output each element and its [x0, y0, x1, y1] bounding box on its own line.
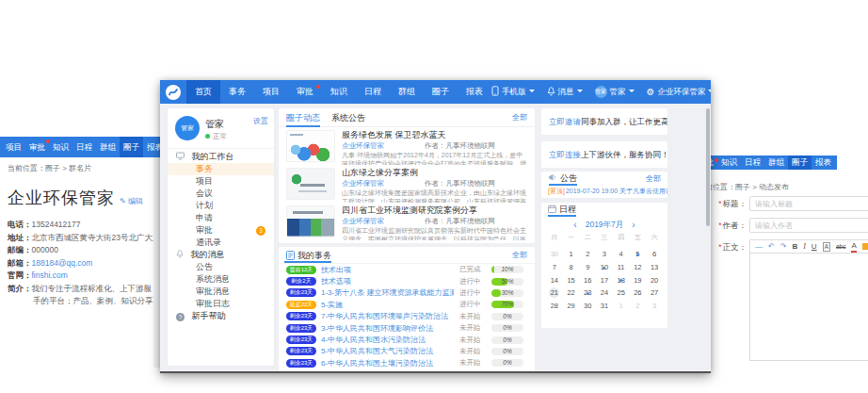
email-link[interactable]: 188184@qq.com	[32, 258, 93, 268]
nav-item[interactable]: 圈子	[120, 137, 143, 157]
scrollbar-thumb[interactable]	[706, 108, 710, 226]
calendar-day[interactable]: 3	[646, 295, 663, 308]
nav-item[interactable]: 圈子	[788, 156, 812, 170]
user-menu[interactable]: 管家 管家	[595, 86, 635, 98]
nav-item[interactable]: 首页	[186, 80, 220, 104]
calendar-day[interactable]: 20	[646, 270, 663, 283]
feed-title-link[interactable]: 服务绿色发展 保卫碧水蓝天	[342, 130, 527, 140]
sidebar-item-meetings[interactable]: 会议	[168, 188, 274, 200]
task-row[interactable]: 剩余23天 7-中华人民共和国环境噪声污染防治法 未开始 0%	[279, 311, 535, 322]
nav-item[interactable]: 知识	[49, 137, 72, 157]
sidebar-item-contacts[interactable]: 通讯录	[168, 237, 274, 249]
calendar-day[interactable]: 1	[563, 243, 580, 256]
announcement-item[interactable]: [置顶]2019-07-20 19:00 关于凡事云使用说明	[541, 186, 667, 196]
calendar-day[interactable]: 16	[579, 270, 596, 283]
calendar-day[interactable]: 12	[630, 256, 647, 270]
website-link[interactable]: finshi.com	[32, 270, 68, 280]
nav-item[interactable]: 报表	[812, 156, 835, 170]
task-title-link[interactable]: 5-中华人民共和国大气污染防治法	[321, 346, 454, 356]
sidebar-item-requests[interactable]: 申请	[168, 212, 274, 224]
calendar-day[interactable]: 1	[613, 295, 630, 308]
avatar[interactable]: 管家	[175, 116, 200, 140]
calendar-day[interactable]: 30	[579, 295, 596, 308]
sidebar-item-help[interactable]: ? 新手帮助	[168, 310, 274, 322]
sidebar-item-plans[interactable]: 计划	[168, 200, 274, 212]
calendar-day[interactable]: 3	[596, 243, 613, 256]
sidebar-section-messages[interactable]: 我的消息	[168, 249, 274, 261]
nav-item[interactable]: 圈子	[424, 80, 458, 104]
calendar-day[interactable]: 11	[613, 256, 630, 270]
calendar-day[interactable]: 2	[630, 295, 647, 308]
calendar-day[interactable]: 15	[563, 270, 580, 283]
feed-item[interactable]: 山东绿之缘分享案例 企业环保管家 作者：凡事环境物联网 山东绿之缘环境集团是国家…	[279, 165, 535, 203]
calendar-day[interactable]: 2	[579, 243, 596, 256]
calendar-day[interactable]: 5	[630, 243, 647, 256]
app-logo-icon[interactable]	[166, 85, 181, 100]
sidebar-item-approval-messages[interactable]: 审批消息	[168, 286, 274, 298]
announcements-more-link[interactable]: 全部	[646, 173, 661, 184]
tasks-more-link[interactable]: 全部	[512, 250, 527, 260]
calendar-day[interactable]: 19	[630, 270, 647, 283]
nav-item[interactable]: 项目	[2, 137, 25, 157]
nav-item[interactable]: 日程	[741, 156, 764, 170]
settings-link[interactable]: 设置	[253, 116, 268, 126]
feed-title-link[interactable]: 山东绿之缘分享案例	[342, 168, 527, 178]
nav-item[interactable]: 项目	[254, 80, 288, 104]
toolbar-button[interactable]: B	[792, 240, 797, 253]
sidebar-section-workbench[interactable]: 我的工作台	[168, 151, 274, 163]
calendar-day[interactable]: 29	[563, 295, 580, 308]
org-menu[interactable]: ⚙ 企业环保管家	[647, 87, 712, 98]
task-title-link[interactable]: 技术选项	[321, 276, 454, 287]
toolbar-button[interactable]: I	[803, 240, 806, 253]
nav-item[interactable]: 审批	[288, 80, 322, 104]
nav-item[interactable]: 日程	[72, 137, 96, 157]
task-row[interactable]: 剩余2天 技术选项 进行中 50%	[279, 275, 535, 287]
toolbar-button[interactable]: ↷	[780, 240, 787, 253]
calendar-day[interactable]: 31	[596, 295, 613, 308]
feed-more-link[interactable]: 全部	[512, 112, 527, 123]
sidebar-item-approval-logs[interactable]: 审批日志	[168, 298, 274, 310]
task-title-link[interactable]: 5-实施	[321, 300, 454, 310]
mobile-version-menu[interactable]: 手机版	[491, 86, 535, 98]
next-month-button[interactable]: ›	[632, 221, 635, 230]
sidebar-item-affairs[interactable]: 事务	[168, 163, 274, 175]
calendar-day[interactable]: 8	[563, 256, 580, 270]
post-body-editor[interactable]	[749, 254, 868, 361]
calendar-day[interactable]: 30	[546, 243, 563, 256]
calendar-day[interactable]: 23	[579, 282, 596, 295]
feed-tag-link[interactable]: 企业环保管家	[342, 141, 384, 150]
toolbar-button[interactable]: A	[823, 242, 830, 252]
calendar-day[interactable]: 22	[563, 282, 580, 295]
calendar-day[interactable]: 9	[579, 256, 596, 270]
task-row[interactable]: 剩余23天 4-中华人民共和国水污染防治法 未开始 0%	[279, 334, 535, 345]
feed-item[interactable]: 四川省工业环境监测研究院案例分享 企业环保管家 作者：凡事环境物联网 四川省工业…	[279, 203, 535, 240]
post-title-input[interactable]	[749, 196, 868, 211]
toolbar-button[interactable]: —	[755, 240, 763, 253]
calendar-day[interactable]: 21	[546, 282, 563, 295]
nav-item[interactable]: 知识	[322, 80, 356, 104]
sidebar-item-projects[interactable]: 项目	[168, 175, 274, 188]
toolbar-button[interactable]: ↶	[768, 240, 775, 253]
task-row[interactable]: 延迟22天 5-实施 进行中 70%	[279, 299, 535, 310]
edit-button[interactable]: ✎ 编辑	[120, 196, 143, 206]
post-author-input[interactable]	[749, 218, 868, 233]
calendar-day[interactable]: 4	[613, 243, 630, 256]
calendar-day[interactable]: 27	[646, 282, 663, 295]
task-title-link[interactable]: 1-3-第十八条 建立环境资源承载能力监测预警机制（省级人民…	[321, 287, 454, 298]
prev-month-button[interactable]: ‹	[573, 221, 576, 230]
nav-item[interactable]: 群组	[96, 137, 120, 157]
promo-link[interactable]: 立即连接	[549, 150, 581, 159]
toolbar-button[interactable]: ▾	[862, 240, 868, 253]
toolbar-button[interactable]: U	[812, 240, 817, 253]
calendar-day[interactable]: 10	[596, 256, 613, 270]
task-title-link[interactable]: 6-中华人民共和国土壤污染防治法	[321, 358, 454, 368]
nav-item[interactable]: 群组	[764, 156, 788, 170]
messages-menu[interactable]: 消息	[547, 87, 583, 98]
task-title-link[interactable]: 4-中华人民共和国水污染防治法	[321, 335, 454, 345]
toolbar-button[interactable]: abc	[836, 240, 845, 253]
nav-item[interactable]: 审批	[25, 137, 49, 157]
sidebar-item-approvals[interactable]: 审批3	[168, 224, 274, 237]
task-row[interactable]: 剩余23天 1-3-第十八条 建立环境资源承载能力监测预警机制（省级人民… 进行…	[279, 287, 535, 299]
calendar-day[interactable]: 6	[646, 243, 663, 256]
task-title-link[interactable]: 3-中华人民共和国环境影响评价法	[321, 323, 454, 334]
